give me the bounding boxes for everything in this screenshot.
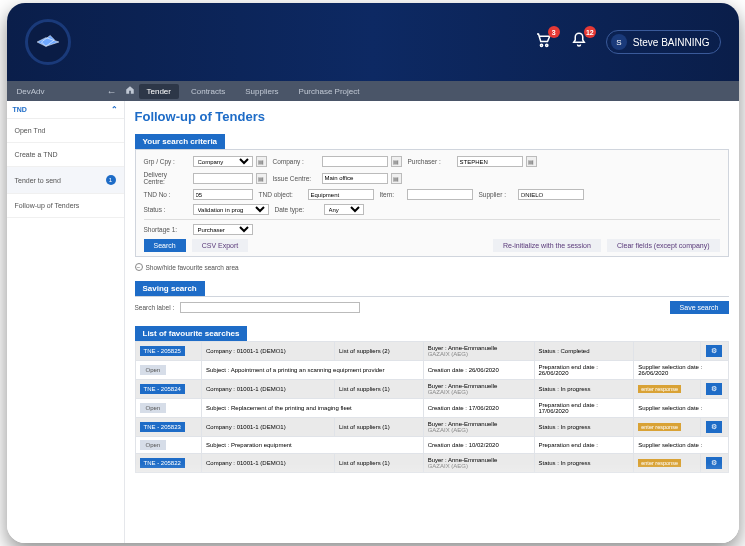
- sidebar-item-create-tnd[interactable]: Create a TND: [7, 143, 124, 167]
- table-row: TNE - 205825Company : 01001-1 (DEMO1)Lis…: [135, 342, 728, 361]
- chevron-up-icon: ⌃: [111, 105, 118, 114]
- nav-module-label: DevAdv: [17, 87, 45, 96]
- datetype-select[interactable]: Any: [324, 204, 364, 215]
- open-button[interactable]: Open: [140, 365, 167, 375]
- delivery-lookup-icon[interactable]: ▤: [256, 173, 267, 184]
- enter-response-button[interactable]: enter response: [638, 385, 681, 393]
- grp-lookup-icon[interactable]: ▤: [256, 156, 267, 167]
- count-badge: 1: [106, 175, 116, 185]
- cart-icon[interactable]: 3: [534, 31, 552, 53]
- top-nav: DevAdv ← Tender Contracts Suppliers Purc…: [7, 81, 739, 101]
- enter-response-button[interactable]: enter response: [638, 423, 681, 431]
- gear-icon[interactable]: ⚙: [706, 457, 722, 469]
- tnd-tag[interactable]: TNE - 205825: [140, 346, 185, 356]
- purchaser-lookup-icon[interactable]: ▤: [526, 156, 537, 167]
- page-title: Follow-up of Tenders: [135, 109, 729, 124]
- enter-response-button[interactable]: enter response: [638, 459, 681, 467]
- company-lookup-icon[interactable]: ▤: [391, 156, 402, 167]
- label-purchaser: Purchaser :: [408, 158, 454, 165]
- user-name: Steve BAINNING: [633, 37, 710, 48]
- home-icon[interactable]: [125, 85, 135, 97]
- label-shortage: Shortage 1:: [144, 226, 190, 233]
- clear-fields-button[interactable]: Clear fields (except company): [607, 239, 720, 252]
- saving-search-title: Saving search: [135, 281, 205, 296]
- tndobj-input[interactable]: [308, 189, 374, 200]
- sidebar-item-open-tnd[interactable]: Open Tnd: [7, 119, 124, 143]
- tab-purchase-project[interactable]: Purchase Project: [291, 84, 368, 99]
- label-delivery: Delivery Centre:: [144, 171, 190, 185]
- grp-select[interactable]: Company: [193, 156, 253, 167]
- toggle-favourites[interactable]: − Show/hide favourite search area: [135, 263, 729, 271]
- item-input[interactable]: [407, 189, 473, 200]
- results-table: TNE - 205825Company : 01001-1 (DEMO1)Lis…: [135, 341, 729, 473]
- svg-point-1: [545, 44, 547, 46]
- table-row: OpenSubject : Replacement of the printin…: [135, 399, 728, 418]
- tnd-tag[interactable]: TNE - 205822: [140, 458, 185, 468]
- sidebar-item-followup[interactable]: Follow-up of Tenders: [7, 194, 124, 218]
- search-button[interactable]: Search: [144, 239, 186, 252]
- open-button[interactable]: Open: [140, 440, 167, 450]
- issue-lookup-icon[interactable]: ▤: [391, 173, 402, 184]
- table-row: TNE - 205824Company : 01001-1 (DEMO1)Lis…: [135, 380, 728, 399]
- tab-contracts[interactable]: Contracts: [183, 84, 233, 99]
- label-datetype: Date type:: [275, 206, 321, 213]
- company-input[interactable]: [322, 156, 388, 167]
- bell-badge: 12: [584, 26, 596, 38]
- save-label: Search label :: [135, 304, 175, 311]
- tnd-tag[interactable]: TNE - 205823: [140, 422, 185, 432]
- svg-point-0: [540, 44, 542, 46]
- label-company: Company :: [273, 158, 319, 165]
- delivery-input[interactable]: [193, 173, 253, 184]
- table-row: OpenSubject : Preparation equipmentCreat…: [135, 437, 728, 454]
- supplier-input[interactable]: [518, 189, 584, 200]
- purchaser-input[interactable]: [457, 156, 523, 167]
- gear-icon[interactable]: ⚙: [706, 383, 722, 395]
- save-search-input[interactable]: [180, 302, 360, 313]
- fade-overlay: [125, 463, 739, 543]
- label-supplier: Supplier :: [479, 191, 515, 198]
- label-grp: Grp / Cpy :: [144, 158, 190, 165]
- user-menu[interactable]: S Steve BAINNING: [606, 30, 721, 54]
- csv-export-button[interactable]: CSV Export: [192, 239, 249, 252]
- label-item: Item:: [380, 191, 404, 198]
- gear-icon[interactable]: ⚙: [706, 421, 722, 433]
- status-select[interactable]: Validation in prog: [193, 204, 269, 215]
- label-tndno: TND No :: [144, 191, 190, 198]
- avatar: S: [611, 34, 627, 50]
- criteria-title: Your search criteria: [135, 134, 226, 149]
- open-button[interactable]: Open: [140, 403, 167, 413]
- tab-suppliers[interactable]: Suppliers: [237, 84, 286, 99]
- label-tndobj: TND object:: [259, 191, 305, 198]
- minus-icon: −: [135, 263, 143, 271]
- sidebar: TND ⌃ Open Tnd Create a TND Tender to se…: [7, 101, 125, 543]
- sidebar-head[interactable]: TND ⌃: [7, 101, 124, 119]
- app-header: 3 12 S Steve BAINNING: [7, 3, 739, 81]
- cart-badge: 3: [548, 26, 560, 38]
- favourites-list-title: List of favourite searches: [135, 326, 248, 341]
- issue-input[interactable]: [322, 173, 388, 184]
- tndno-input[interactable]: [193, 189, 253, 200]
- sidebar-item-tender-to-send[interactable]: Tender to send 1: [7, 167, 124, 194]
- table-row: TNE - 205822Company : 01001-1 (DEMO1)Lis…: [135, 454, 728, 473]
- tab-tender[interactable]: Tender: [139, 84, 179, 99]
- back-icon[interactable]: ←: [107, 86, 117, 97]
- reinit-button[interactable]: Re-initialize with the session: [493, 239, 601, 252]
- criteria-panel: Grp / Cpy : Company ▤ Company : ▤ Purcha…: [135, 149, 729, 257]
- tnd-tag[interactable]: TNE - 205824: [140, 384, 185, 394]
- bell-icon[interactable]: 12: [570, 31, 588, 53]
- gear-icon[interactable]: ⚙: [706, 345, 722, 357]
- save-search-button[interactable]: Save search: [670, 301, 729, 314]
- label-status: Status :: [144, 206, 190, 213]
- table-row: TNE - 205823Company : 01001-1 (DEMO1)Lis…: [135, 418, 728, 437]
- label-issue: Issue Centre:: [273, 175, 319, 182]
- shortage-select[interactable]: Purchaser: [193, 224, 253, 235]
- logo: [25, 19, 71, 65]
- main-content: Follow-up of Tenders Your search criteri…: [125, 101, 739, 543]
- table-row: OpenSubject : Appointment of a printing …: [135, 361, 728, 380]
